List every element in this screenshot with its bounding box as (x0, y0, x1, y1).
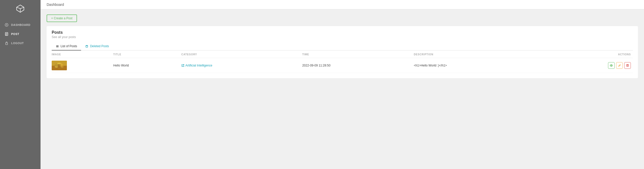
view-button[interactable] (608, 62, 615, 69)
logo (16, 4, 25, 14)
tab-deleted-posts[interactable]: Deleted Posts (81, 42, 113, 50)
page-title: Dashboard (47, 3, 64, 7)
document-icon (5, 32, 9, 36)
create-post-button[interactable]: + Create a Post (47, 14, 77, 22)
sidebar-item-logout[interactable]: Logout (0, 39, 41, 48)
svg-rect-26 (627, 65, 629, 66)
col-time: Time (300, 50, 412, 58)
card-subtitle: See all your posts (52, 35, 633, 39)
card-title: Posts (52, 30, 633, 35)
posts-table: Image Title Category Time Description Ac… (52, 50, 633, 73)
create-post-label: + Create a Post (51, 16, 72, 20)
tab-deleted-label: Deleted Posts (90, 44, 109, 48)
edit-button[interactable] (616, 62, 623, 69)
pencil-icon (618, 64, 621, 67)
action-buttons (542, 62, 631, 69)
post-description: <h1>Hello World :)</h1> (412, 58, 540, 73)
col-title: Title (111, 50, 179, 58)
tabs: List of Posts Deleted Posts (52, 42, 633, 50)
col-description: Description (412, 50, 540, 58)
post-actions-cell (540, 58, 633, 73)
topbar: Dashboard (41, 0, 644, 9)
svg-marker-2 (20, 7, 24, 12)
post-category-cell: Artificial Intelligence (179, 58, 300, 73)
sidebar-item-label: Dashboard (11, 23, 30, 26)
svg-marker-3 (17, 7, 20, 12)
post-image-cell (52, 58, 111, 73)
col-category: Category (179, 50, 300, 58)
post-time: 2022-09-09 11:28:50 (300, 58, 412, 73)
sidebar-item-post[interactable]: Post (0, 29, 41, 39)
sidebar: Dashboard Post Logout (0, 0, 41, 169)
table-header-row: Image Title Category Time Description Ac… (52, 50, 633, 58)
col-actions: Actions (540, 50, 633, 58)
post-thumbnail (52, 61, 67, 70)
trash-delete-icon (626, 64, 629, 67)
lock-icon (5, 41, 9, 45)
posts-card: Posts See all your posts List of Posts (47, 26, 638, 78)
svg-rect-10 (6, 43, 8, 45)
sidebar-item-label: Post (11, 32, 19, 36)
svg-rect-14 (86, 45, 88, 47)
list-icon (56, 45, 59, 48)
sidebar-item-label: Logout (11, 42, 24, 45)
tab-list-of-posts[interactable]: List of Posts (52, 42, 81, 50)
tab-list-label: List of Posts (61, 44, 77, 48)
external-link-icon (181, 64, 184, 67)
category-link[interactable]: Artificial Intelligence (181, 64, 298, 67)
col-image: Image (52, 50, 111, 58)
table-row: Hello World Artificial Intelligence 2022… (52, 58, 633, 73)
delete-button[interactable] (624, 62, 631, 69)
content-area: + Create a Post Posts See all your posts… (41, 9, 644, 169)
category-name: Artificial Intelligence (185, 64, 212, 67)
trash-icon (85, 45, 88, 48)
svg-point-23 (611, 65, 612, 66)
post-title: Hello World (111, 58, 179, 73)
main-content: Dashboard + Create a Post Posts See all … (41, 0, 644, 169)
sidebar-item-dashboard[interactable]: Dashboard (0, 20, 41, 29)
sidebar-nav: Dashboard Post Logout (0, 20, 41, 48)
svg-point-5 (6, 24, 7, 25)
eye-icon (610, 64, 613, 67)
grid-icon (5, 23, 9, 27)
